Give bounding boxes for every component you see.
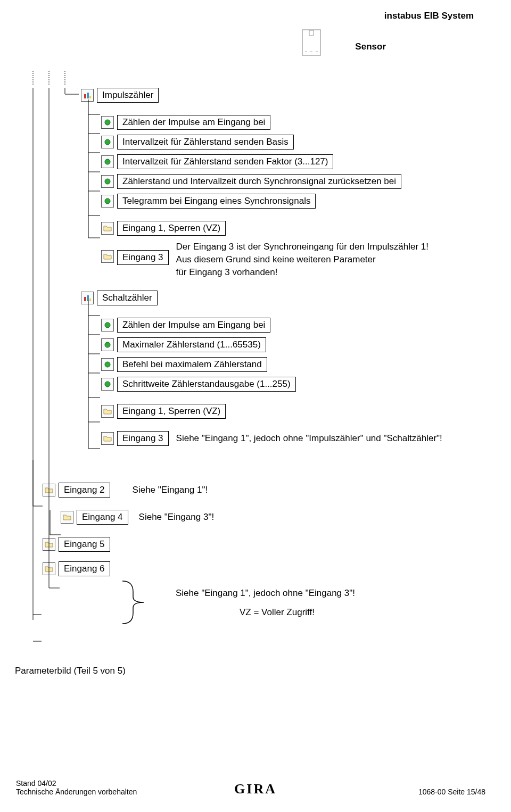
tree-label: Zählerstand und Intervallzeit durch Sync… [117,174,401,189]
tree-note: Siehe "Eingang 1", jedoch ohne "Impulszä… [176,433,442,444]
folder-icon [61,511,73,524]
tree-item: Zählen der Impulse am Eingang bei [101,318,442,333]
svg-rect-15 [84,94,86,98]
svg-rect-1 [309,30,314,36]
param-icon [101,378,114,391]
svg-rect-32 [87,295,89,301]
svg-rect-17 [89,96,91,98]
tree-label: Intervallzeit für Zählerstand senden Bas… [117,135,294,150]
switch-counter-icon [81,292,94,304]
svg-point-44 [105,362,110,367]
svg-point-26 [105,120,110,125]
tree-label: Schaltzähler [97,291,158,305]
note-line: VZ = Voller Zugriff! [240,607,355,618]
tree-note: Siehe "Eingang 1"! [133,485,208,495]
tree-item: Intervallzeit für Zählerstand senden Fak… [101,154,442,169]
svg-point-29 [105,179,110,184]
tree-note: Siehe "Eingang 3"! [139,512,215,523]
tree-label: Eingang 2 [59,483,110,498]
svg-rect-33 [89,299,91,301]
svg-point-27 [105,139,110,145]
folder-icon [101,250,114,263]
svg-rect-16 [87,93,89,98]
chip-icon [302,29,321,59]
tree-item: Maximaler Zählerstand (1...65535) [101,337,442,352]
folder-icon [43,562,55,575]
tree-label: Eingang 6 [59,561,110,576]
tree-label: Telegramm bei Eingang eines Synchronsign… [117,194,316,209]
param-icon [101,155,114,168]
svg-point-28 [105,159,110,164]
folder-icon [43,484,55,496]
tree-label: Eingang 1, Sperren (VZ) [117,221,226,236]
tree-label: Zählen der Impulse am Eingang bei [117,115,270,130]
tree-label: Zählen der Impulse am Eingang bei [117,318,270,333]
tree-label: Eingang 4 [77,510,128,525]
tree-label: Schrittweite Zählerstandausgabe (1...255… [117,377,296,392]
tree-item: Befehl bei maximalem Zählerstand [101,357,442,372]
eingang2-node: Eingang 2 Siehe "Eingang 1"! [43,483,442,498]
folder-icon [101,432,114,445]
tree-item: Zählen der Impulse am Eingang bei [101,115,442,130]
note-line: Aus diesem Grund sind keine weiteren Par… [176,253,428,266]
tree-label: Maximaler Zählerstand (1...65535) [117,337,266,352]
tree-label: Intervallzeit für Zählerstand senden Fak… [117,154,333,169]
note-line: Der Eingang 3 ist der Synchroneingang fü… [176,241,428,253]
tree-item: Intervallzeit für Zählerstand senden Bas… [101,135,442,150]
eingang4-node: Eingang 4 Siehe "Eingang 3"! [61,510,442,525]
eingang3-note: Der Eingang 3 ist der Synchroneingang fü… [176,241,428,278]
tree-label: Eingang 5 [59,537,110,552]
param-icon [101,175,114,188]
tree-item: Telegramm bei Eingang eines Synchronsign… [101,194,442,209]
eingang6-node: Eingang 6 [43,561,442,576]
param-icon [101,136,114,148]
param-icon [101,116,114,129]
footer-left: Stand 04/02 Technische Änderungen vorbeh… [16,779,137,796]
parameter-tree: Impulszähler Zählen der Impulse am Einga… [43,88,442,581]
impulszaehler-node: Impulszähler [81,88,442,103]
param-icon [101,319,114,332]
svg-point-42 [105,322,110,328]
note-line: für Eingang 3 vorhanden! [176,266,428,279]
eingang5-node: Eingang 5 [43,537,442,552]
tree-item: Schrittweite Zählerstandausgabe (1...255… [101,377,442,392]
tree-label: Eingang 3 [117,431,169,446]
tree-item-eingang3: Eingang 3 Der Eingang 3 ist der Synchron… [101,241,442,278]
doc-subtitle: Sensor [355,42,386,52]
doc-title: instabus EIB System [384,11,474,21]
tree-item: Eingang 1, Sperren (VZ) [101,404,442,419]
param-icon [101,195,114,208]
svg-point-45 [105,382,110,387]
svg-point-43 [105,342,110,347]
folder-icon [101,222,114,235]
tree-item: Eingang 3 Siehe "Eingang 1", jedoch ohne… [101,431,442,446]
tree-item: Eingang 1, Sperren (VZ) [101,221,442,236]
schaltzaehler-node: Schaltzähler [81,291,442,305]
param-caption: Parameterbild (Teil 5 von 5) [15,666,126,676]
curly-brace-icon [117,578,170,626]
folder-icon [101,405,114,418]
tree-label: Befehl bei maximalem Zählerstand [117,357,267,372]
footer-date: Stand 04/02 [16,779,137,788]
note-line: Siehe "Eingang 1", jedoch ohne "Eingang … [176,588,355,599]
footer-disclaimer: Technische Änderungen vorbehalten [16,788,137,796]
pulse-counter-icon [81,89,94,102]
footer-pageref: 1068-00 Seite 15/48 [418,788,485,796]
param-icon [101,338,114,351]
tree-item: Zählerstand und Intervallzeit durch Sync… [101,174,442,189]
eingang56-note: Siehe "Eingang 1", jedoch ohne "Eingang … [176,588,355,618]
svg-rect-31 [84,297,86,301]
impulszaehler-label: Impulszähler [97,88,159,103]
svg-point-30 [105,198,110,204]
folder-icon [43,538,55,551]
param-icon [101,358,114,371]
tree-label: Eingang 1, Sperren (VZ) [117,404,226,419]
tree-label: Eingang 3 [117,250,169,265]
gira-logo: GIRA [234,781,277,797]
